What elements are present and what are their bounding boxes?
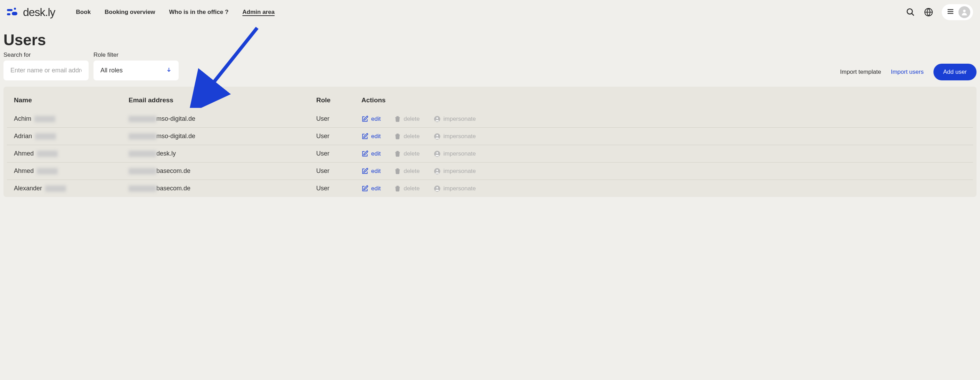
role-select-value: All roles xyxy=(100,67,123,74)
cell-actions: edit delete impersonate xyxy=(361,133,966,140)
import-users-link[interactable]: Import users xyxy=(891,69,923,75)
import-template-link[interactable]: Import template xyxy=(840,69,881,75)
svg-rect-3 xyxy=(12,12,18,15)
hamburger-icon xyxy=(947,8,954,17)
filters-row: Search for Role filter All roles Import … xyxy=(3,51,977,80)
delete-button[interactable]: delete xyxy=(395,168,420,175)
svg-point-19 xyxy=(436,169,438,171)
table-row: Alexander basecom.de User edit delete im… xyxy=(7,180,973,197)
role-select[interactable]: All roles xyxy=(94,61,179,80)
nav-who-office[interactable]: Who is in the office ? xyxy=(169,9,229,16)
cell-name: Achim xyxy=(14,115,129,123)
page-title: Users xyxy=(3,31,977,49)
svg-point-21 xyxy=(436,187,438,188)
cell-actions: edit delete impersonate xyxy=(361,185,966,192)
globe-icon[interactable] xyxy=(924,7,934,17)
edit-button[interactable]: edit xyxy=(361,150,380,157)
col-name: Name xyxy=(14,96,129,104)
impersonate-button[interactable]: impersonate xyxy=(434,150,476,157)
header-right xyxy=(906,4,973,20)
page-content: Users Search for Role filter All roles I… xyxy=(0,24,980,197)
cell-name: Alexander xyxy=(14,185,129,192)
logo-text: desk.ly xyxy=(23,6,55,19)
edit-button[interactable]: edit xyxy=(361,185,380,192)
table-row: Ahmed desk.ly User edit delete impersona… xyxy=(7,145,973,163)
cell-name: Ahmed xyxy=(14,150,129,157)
search-input[interactable] xyxy=(3,61,89,80)
svg-rect-2 xyxy=(7,13,10,15)
cell-role: User xyxy=(316,133,361,140)
table-header: Name Email address Role Actions xyxy=(7,93,973,110)
table-row: Achim mso-digital.de User edit delete im… xyxy=(7,110,973,128)
cell-actions: edit delete impersonate xyxy=(361,115,966,123)
edit-button[interactable]: edit xyxy=(361,168,380,175)
cell-role: User xyxy=(316,168,361,175)
svg-point-13 xyxy=(436,117,438,119)
top-header: desk.ly Book Booking overview Who is in … xyxy=(0,0,980,24)
table-row: Ahmed basecom.de User edit delete impers… xyxy=(7,163,973,180)
svg-point-4 xyxy=(907,9,912,14)
cell-role: User xyxy=(316,115,361,123)
avatar xyxy=(958,6,970,18)
edit-button[interactable]: edit xyxy=(361,115,380,123)
arrow-down-icon xyxy=(166,67,172,74)
svg-point-15 xyxy=(436,134,438,136)
svg-rect-0 xyxy=(7,9,13,11)
cell-actions: edit delete impersonate xyxy=(361,168,966,175)
impersonate-button[interactable]: impersonate xyxy=(434,168,476,175)
search-icon[interactable] xyxy=(906,7,915,17)
col-email: Email address xyxy=(129,96,316,104)
role-filter-group: Role filter All roles xyxy=(94,51,179,80)
cell-email: basecom.de xyxy=(129,168,316,175)
table-row: Adrian mso-digital.de User edit delete i… xyxy=(7,128,973,145)
users-table: Name Email address Role Actions Achim ms… xyxy=(3,87,977,197)
col-role: Role xyxy=(316,96,361,104)
search-filter-group: Search for xyxy=(3,51,89,80)
svg-line-5 xyxy=(912,13,914,16)
cell-actions: edit delete impersonate xyxy=(361,150,966,157)
svg-point-17 xyxy=(436,152,438,154)
logo-icon xyxy=(7,8,20,17)
cell-name: Ahmed xyxy=(14,168,129,175)
impersonate-button[interactable]: impersonate xyxy=(434,115,476,123)
role-label: Role filter xyxy=(94,51,179,59)
svg-rect-1 xyxy=(14,8,16,10)
logo[interactable]: desk.ly xyxy=(7,6,55,19)
delete-button[interactable]: delete xyxy=(395,133,420,140)
svg-point-10 xyxy=(963,10,966,12)
search-label: Search for xyxy=(3,51,89,59)
cell-role: User xyxy=(316,185,361,192)
cell-role: User xyxy=(316,150,361,157)
cell-email: mso-digital.de xyxy=(129,133,316,140)
nav-book[interactable]: Book xyxy=(76,9,91,16)
delete-button[interactable]: delete xyxy=(395,115,420,123)
cell-email: basecom.de xyxy=(129,185,316,192)
user-menu[interactable] xyxy=(942,4,973,20)
nav-admin-area[interactable]: Admin area xyxy=(243,9,275,16)
impersonate-button[interactable]: impersonate xyxy=(434,185,476,192)
cell-email: desk.ly xyxy=(129,150,316,157)
impersonate-button[interactable]: impersonate xyxy=(434,133,476,140)
delete-button[interactable]: delete xyxy=(395,185,420,192)
main-nav: Book Booking overview Who is in the offi… xyxy=(76,9,275,16)
col-actions: Actions xyxy=(361,96,966,104)
cell-name: Adrian xyxy=(14,133,129,140)
filters-right: Import template Import users Add user xyxy=(840,64,977,80)
nav-booking-overview[interactable]: Booking overview xyxy=(105,9,155,16)
add-user-button[interactable]: Add user xyxy=(934,64,977,80)
cell-email: mso-digital.de xyxy=(129,115,316,123)
edit-button[interactable]: edit xyxy=(361,133,380,140)
delete-button[interactable]: delete xyxy=(395,150,420,157)
